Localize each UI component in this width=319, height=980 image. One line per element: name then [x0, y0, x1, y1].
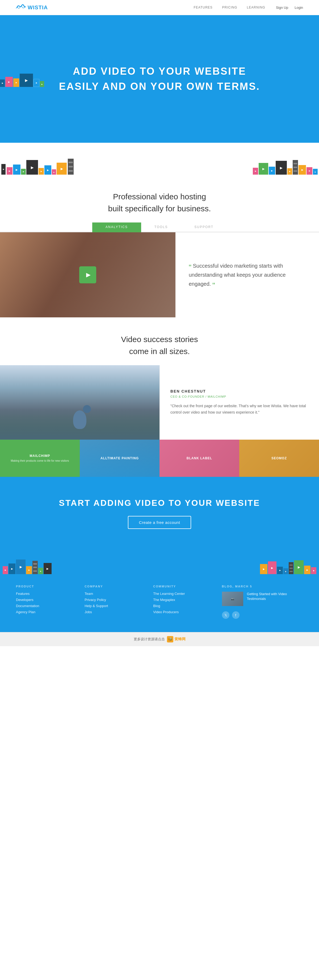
footer-learning-link[interactable]: The Learning Center [153, 592, 211, 596]
footer-privacy-link[interactable]: Privacy Policy [85, 598, 142, 602]
cta-title: START ADDING VIDEO TO YOUR WEBSITE [16, 498, 303, 508]
mailchimp-label: MAILCHIMP [30, 454, 50, 458]
footer-blog-link[interactable]: Blog [153, 604, 211, 608]
nav-links: FEATURES PRICING LEARNING [193, 6, 265, 9]
tab-tools[interactable]: TOOLS [141, 223, 181, 232]
cta-button[interactable]: Create a free account [128, 516, 191, 529]
blank-label-label: BLANK LABEL [187, 457, 212, 460]
footer-team-link[interactable]: Team [85, 592, 142, 596]
footer-features-link[interactable]: Features [16, 592, 74, 596]
watermark-brand: 黄蜂网 [174, 637, 185, 642]
footer-product-col: PRODUCT Features Developers Documentatio… [16, 585, 74, 619]
video-blocks-bar: ▶ ▶ ▶ ▶ ▶ ▶ ▶ ▶ ▶ ▶ ▶ ▶ ▶ ▶ ▶ ▶ ▶ [0, 143, 319, 175]
case-info-panel: BEN CHESTNUT CEO & CO-FOUNDER / MAILCHIM… [160, 365, 319, 440]
tabs-container: ANALYTICS TOOLS SUPPORT [0, 223, 319, 232]
success-title: Video success stories come in all sizes. [16, 333, 303, 357]
footer-agency-link[interactable]: Agency Plan [16, 610, 74, 614]
tab-analytics[interactable]: ANALYTICS [92, 223, 141, 232]
footer-jobs-link[interactable]: Jobs [85, 610, 142, 614]
case-person-quote: "Check out the front page of our website… [171, 403, 308, 416]
blog-post-image[interactable]: 📷 [222, 592, 243, 606]
footer: PRODUCT Features Developers Documentatio… [0, 574, 319, 632]
tab-support[interactable]: SUPPORT [181, 223, 227, 232]
video-thumbnail[interactable]: ▶ [0, 232, 175, 317]
twitter-icon[interactable]: 𝕏 [222, 611, 230, 619]
nav-learning[interactable]: LEARNING [247, 6, 265, 9]
case-person-title: CEO & CO-FOUNDER / MAILCHIMP [171, 395, 308, 398]
footer-megaplex-link[interactable]: The Megaplex [153, 598, 211, 602]
footer-developers-link[interactable]: Developers [16, 598, 74, 602]
footer-blog-title: BLOG, MARCH 5 [222, 585, 303, 588]
cta-section: START ADDING VIDEO TO YOUR WEBSITE Creat… [0, 477, 319, 545]
play-button[interactable]: ▶ [79, 266, 96, 283]
navbar: WISTIA FEATURES PRICING LEARNING Sign Up… [0, 0, 319, 15]
nav-pricing[interactable]: PRICING [222, 6, 238, 9]
video-section: ▶ " Successful video marketing starts wi… [0, 232, 319, 317]
logo[interactable]: WISTIA [16, 4, 48, 11]
hero-section: ▶ ▶ ▶ ▶ ▶ ▶ ADD VIDEO TO YOUR WEBSITE EA… [0, 15, 319, 143]
footer-video-producers-link[interactable]: Video Producers [153, 610, 211, 614]
case-person-name: BEN CHESTNUT [171, 389, 308, 393]
watermark-text: 更多设计资源请点击 [134, 637, 165, 642]
video-quote-panel: " Successful video marketing starts with… [175, 232, 319, 317]
alltimate-label: ALLTIMATE PAINTING [100, 457, 139, 460]
footer-company-col: COMPANY Team Privacy Policy Help & Suppo… [85, 585, 142, 619]
nav-actions: Sign Up Login [276, 6, 303, 10]
video-quote-text: " Successful video marketing starts with… [189, 261, 306, 288]
footer-community-col: COMMUNITY The Learning Center The Megapl… [153, 585, 211, 619]
watermark-bar: 更多设计资源请点击 🐝 黄蜂网 [0, 632, 319, 646]
footer-product-title: PRODUCT [16, 585, 74, 588]
footer-company-title: COMPANY [85, 585, 142, 588]
social-icons: 𝕏 f [222, 611, 303, 619]
footer-community-title: COMMUNITY [153, 585, 211, 588]
mailchimp-sub: Making their products come to life for n… [11, 459, 69, 463]
case-cell-blank-label[interactable]: BLANK LABEL [160, 440, 239, 477]
hero-title: ADD VIDEO TO YOUR WEBSITE EASILY AND ON … [59, 64, 260, 94]
footer-blog-col: BLOG, MARCH 5 📷 Getting Started with Vid… [222, 585, 303, 619]
watermark-logo[interactable]: 🐝 黄蜂网 [167, 636, 185, 643]
facebook-icon[interactable]: f [232, 611, 239, 619]
logo-text: WISTIA [28, 5, 48, 11]
logo-icon [16, 4, 26, 11]
feature-title: Professional video hosting built specifi… [16, 191, 303, 215]
success-section: Video success stories come in all sizes. [0, 317, 319, 365]
footer-help-link[interactable]: Help & Support [85, 604, 142, 608]
nav-features[interactable]: FEATURES [193, 6, 212, 9]
case-cell-alltimate[interactable]: ALLTIMATE PAINTING [80, 440, 160, 477]
footer-documentation-link[interactable]: Documentation [16, 604, 74, 608]
case-cell-mailchimp[interactable]: MAILCHIMP Making their products come to … [0, 440, 80, 477]
case-studies: BEN CHESTNUT CEO & CO-FOUNDER / MAILCHIM… [0, 365, 319, 477]
footer-blocks-bar: ▶ ▶ ▶ ▶ ▶ ▶ ▶ ▶ ▶ ▶ ▶ ▶ ▶ [0, 545, 319, 574]
seomoz-label: SEOMOZ [271, 457, 287, 460]
case-cell-seomoz[interactable]: SEOMOZ [239, 440, 319, 477]
feature-section: Professional video hosting built specifi… [0, 175, 319, 215]
login-link[interactable]: Login [295, 6, 303, 10]
blog-post-title[interactable]: Getting Started with Video Testimonials [247, 592, 303, 601]
signup-link[interactable]: Sign Up [276, 6, 288, 10]
case-image-top [0, 365, 160, 440]
